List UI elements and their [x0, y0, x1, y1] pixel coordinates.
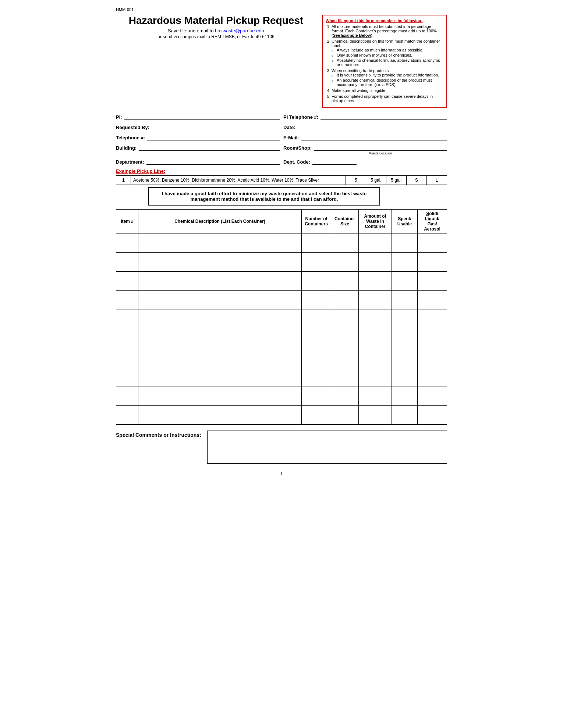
instruction-5: Forms completed improperly can cause sev…: [332, 94, 443, 103]
cell-size-1[interactable]: [331, 253, 359, 272]
cell-amount-8[interactable]: [359, 386, 392, 406]
example-section: Example Pickup Line: 1 Acetone 50%, Benz…: [116, 168, 447, 206]
table-row: [116, 367, 447, 386]
cell-slga-3[interactable]: [418, 291, 447, 310]
cell-item-0[interactable]: [116, 233, 138, 253]
cell-size-4[interactable]: [331, 310, 359, 329]
table-row: [116, 253, 447, 272]
cell-amount-5[interactable]: [359, 329, 392, 348]
cell-num-0[interactable]: [302, 233, 331, 253]
row-reqby: Requested By: Date:: [116, 124, 447, 130]
cell-slga-5[interactable]: [418, 329, 447, 348]
cell-size-0[interactable]: [331, 233, 359, 253]
cell-amount-3[interactable]: [359, 291, 392, 310]
cell-slga-2[interactable]: [418, 272, 447, 291]
cell-amount-9[interactable]: [359, 406, 392, 425]
cell-chem-0[interactable]: [138, 233, 302, 253]
cell-item-6[interactable]: [116, 348, 138, 367]
deptcode-input[interactable]: [312, 158, 357, 165]
cell-chem-9[interactable]: [138, 406, 302, 425]
cell-spent-9[interactable]: [392, 406, 418, 425]
cell-item-2[interactable]: [116, 272, 138, 291]
email-link[interactable]: hazwaste@purdue.edu: [215, 28, 264, 33]
cell-chem-8[interactable]: [138, 386, 302, 406]
instructions-box: When filling out this form remember the …: [322, 15, 447, 108]
cell-num-1[interactable]: [302, 253, 331, 272]
cell-size-6[interactable]: [331, 348, 359, 367]
cell-amount-1[interactable]: [359, 253, 392, 272]
cell-spent-3[interactable]: [392, 291, 418, 310]
building-input[interactable]: [139, 144, 280, 151]
cell-slga-9[interactable]: [418, 406, 447, 425]
table-row: [116, 348, 447, 367]
building-field-group: Building:: [116, 144, 280, 151]
cell-num-5[interactable]: [302, 329, 331, 348]
reqby-input[interactable]: [152, 124, 280, 130]
cell-slga-4[interactable]: [418, 310, 447, 329]
cell-chem-7[interactable]: [138, 367, 302, 386]
instruction-3: When submitting trade products: It is yo…: [332, 68, 443, 87]
cell-item-8[interactable]: [116, 386, 138, 406]
cell-item-3[interactable]: [116, 291, 138, 310]
cell-chem-2[interactable]: [138, 272, 302, 291]
cell-amount-0[interactable]: [359, 233, 392, 253]
cell-size-9[interactable]: [331, 406, 359, 425]
cell-spent-7[interactable]: [392, 367, 418, 386]
table-row: [116, 386, 447, 406]
date-label: Date:: [283, 125, 295, 130]
cell-item-9[interactable]: [116, 406, 138, 425]
cell-num-4[interactable]: [302, 310, 331, 329]
cell-spent-1[interactable]: [392, 253, 418, 272]
cell-slga-8[interactable]: [418, 386, 447, 406]
special-comments-input[interactable]: [207, 431, 447, 464]
th-container-size: Container Size: [331, 210, 359, 233]
page-number: 1: [116, 471, 447, 476]
cell-item-5[interactable]: [116, 329, 138, 348]
cell-amount-4[interactable]: [359, 310, 392, 329]
pi-input[interactable]: [124, 113, 280, 120]
cell-size-3[interactable]: [331, 291, 359, 310]
cell-chem-5[interactable]: [138, 329, 302, 348]
cell-slga-0[interactable]: [418, 233, 447, 253]
cell-size-5[interactable]: [331, 329, 359, 348]
room-input[interactable]: Waste Location: [314, 144, 447, 151]
row-tel: Telephone #: E-Mail:: [116, 134, 447, 140]
cell-spent-4[interactable]: [392, 310, 418, 329]
table-row: [116, 406, 447, 425]
cell-slga-1[interactable]: [418, 253, 447, 272]
cell-chem-4[interactable]: [138, 310, 302, 329]
cell-spent-5[interactable]: [392, 329, 418, 348]
dept-input[interactable]: [146, 158, 280, 165]
cell-num-3[interactable]: [302, 291, 331, 310]
cell-spent-6[interactable]: [392, 348, 418, 367]
cell-num-6[interactable]: [302, 348, 331, 367]
tel-input[interactable]: [147, 134, 280, 140]
cell-slga-7[interactable]: [418, 367, 447, 386]
cell-amount-7[interactable]: [359, 367, 392, 386]
cell-num-7[interactable]: [302, 367, 331, 386]
cell-num-9[interactable]: [302, 406, 331, 425]
table-row: [116, 291, 447, 310]
cell-spent-0[interactable]: [392, 233, 418, 253]
cell-item-1[interactable]: [116, 253, 138, 272]
cell-slga-6[interactable]: [418, 348, 447, 367]
cell-num-2[interactable]: [302, 272, 331, 291]
cell-chem-6[interactable]: [138, 348, 302, 367]
date-input[interactable]: [298, 124, 447, 130]
cell-chem-1[interactable]: [138, 253, 302, 272]
pi-tel-input[interactable]: [321, 113, 447, 120]
cell-amount-6[interactable]: [359, 348, 392, 367]
cell-chem-3[interactable]: [138, 291, 302, 310]
email-input[interactable]: [301, 134, 447, 140]
cell-size-7[interactable]: [331, 367, 359, 386]
cell-size-8[interactable]: [331, 386, 359, 406]
cell-size-2[interactable]: [331, 272, 359, 291]
cell-spent-2[interactable]: [392, 272, 418, 291]
cell-spent-8[interactable]: [392, 386, 418, 406]
cell-amount-2[interactable]: [359, 272, 392, 291]
cell-num-8[interactable]: [302, 386, 331, 406]
cell-item-4[interactable]: [116, 310, 138, 329]
cell-item-7[interactable]: [116, 367, 138, 386]
example-table: 1 Acetone 50%, Benzene 10%, Dichlorometh…: [116, 175, 447, 185]
form-fields: PI: PI Telephone #: Requested By: Date: …: [116, 113, 447, 165]
